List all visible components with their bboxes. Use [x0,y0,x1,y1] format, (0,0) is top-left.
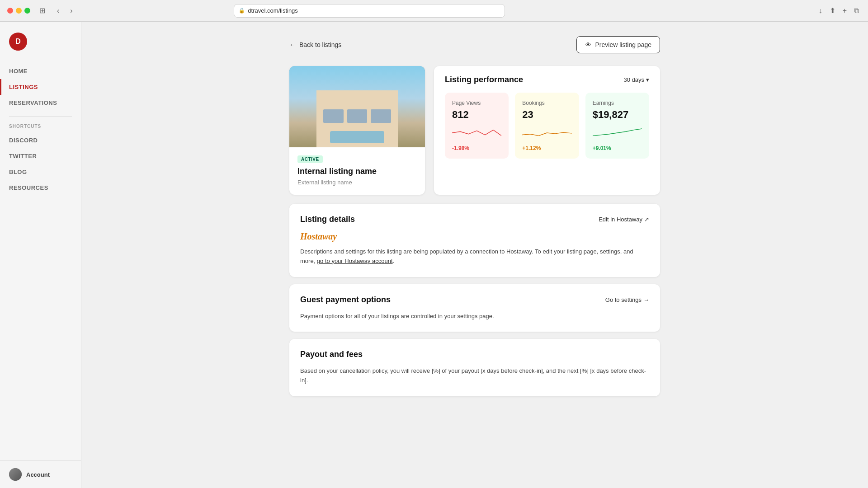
account-footer[interactable]: Account [0,460,81,488]
building-scene [289,66,425,147]
stat-change-views: -1.98% [452,145,501,151]
performance-title: Listing performance [445,75,523,84]
payment-title: Guest payment options [300,295,391,305]
performance-header: Listing performance 30 days ▾ [445,75,649,84]
building-windows [323,109,391,123]
new-tab-button[interactable]: + [841,5,849,17]
listing-subtitle: External listing name [297,179,417,186]
hostaway-account-link[interactable]: go to your Hostaway account [317,258,393,264]
eye-icon: 👁 [585,41,591,48]
app-container: D HOME LISTINGS RESERVATIONS SHORTCUTS D… [0,22,868,488]
download-icon[interactable]: ↓ [817,5,824,17]
mini-chart-views [452,126,501,141]
window-1 [323,109,344,123]
listing-details-section: Listing details Edit in Hostaway ↗ Hosta… [289,204,660,277]
listing-image [289,66,425,147]
listing-details-description: Descriptions and settings for this listi… [300,247,649,266]
listing-card-body: ACTIVE Internal listing name External li… [289,147,425,195]
window-3 [371,109,391,123]
address-bar[interactable]: 🔒 dtravel.com/listings [234,4,505,18]
browser-chrome: ⊞ ‹ › 🔒 dtravel.com/listings ↓ ⬆ + ⧉ [0,0,868,22]
listing-card: ACTIVE Internal listing name External li… [289,66,425,195]
stat-value-views: 812 [452,109,501,121]
traffic-lights [7,8,30,14]
sidebar-toggle-button[interactable]: ⊞ [36,5,49,17]
window-2 [347,109,368,123]
forward-nav-button[interactable]: › [67,5,75,17]
lock-icon: 🔒 [239,8,245,14]
payment-section: Guest payment options Go to settings → P… [289,284,660,332]
sidebar-item-discord[interactable]: DISCORD [0,132,81,148]
stat-change-bookings: +1.12% [522,145,571,151]
days-selector[interactable]: 30 days ▾ [623,76,649,83]
stat-label-earnings: Earnings [593,100,642,106]
sidebar-item-resources[interactable]: RESOURCES [0,180,81,196]
payment-description: Payment options for all of your listings… [300,312,649,321]
sidebar-item-home[interactable]: HOME [0,63,81,79]
browser-actions: ↓ ⬆ + ⧉ [817,5,861,17]
payout-description: Based on your cancellation policy, you w… [300,366,649,385]
sidebar-item-reservations[interactable]: RESERVATIONS [0,95,81,111]
sidebar-item-listings[interactable]: LISTINGS [0,79,81,95]
back-arrow-icon: ← [289,41,296,48]
back-to-listings-link[interactable]: ← Back to listings [289,41,341,48]
url-text: dtravel.com/listings [248,7,298,14]
payment-section-header: Guest payment options Go to settings → [300,295,649,305]
sidebar-nav: HOME LISTINGS RESERVATIONS SHORTCUTS DIS… [0,60,81,460]
listing-details-header: Listing details Edit in Hostaway ↗ [300,215,649,224]
pool [330,131,384,143]
preview-listing-button[interactable]: 👁 Preview listing page [576,36,660,53]
chevron-down-icon: ▾ [646,76,649,83]
shortcuts-label: SHORTCUTS [0,122,81,132]
payout-title: Payout and fees [300,350,363,359]
payout-section: Payout and fees Based on your cancellati… [289,339,660,396]
provider-name: Hostaway [300,231,649,242]
stat-label-bookings: Bookings [522,100,571,106]
mini-chart-bookings [522,126,571,141]
content-inner: ← Back to listings 👁 Preview listing pag… [271,22,678,418]
main-content: ← Back to listings 👁 Preview listing pag… [81,22,868,488]
avatar [9,468,22,481]
account-label: Account [26,471,50,478]
mini-chart-earnings [593,126,642,141]
external-link-icon: ↗ [644,216,649,223]
tabs-button[interactable]: ⧉ [852,5,861,17]
active-badge: ACTIVE [297,155,323,163]
sidebar-logo[interactable]: D [0,22,81,60]
listing-overview: ACTIVE Internal listing name External li… [289,66,660,195]
sidebar: D HOME LISTINGS RESERVATIONS SHORTCUTS D… [0,22,81,488]
page-header: ← Back to listings 👁 Preview listing pag… [289,36,660,53]
sidebar-item-blog[interactable]: BLOG [0,164,81,180]
sidebar-divider [9,116,72,117]
go-to-settings-link[interactable]: Go to settings → [605,296,649,303]
stat-card-page-views: Page Views 812 -1.98% [445,93,509,159]
maximize-button[interactable] [24,8,30,14]
logo-icon: D [9,33,27,51]
stat-value-bookings: 23 [522,109,571,121]
listing-title: Internal listing name [297,167,417,176]
listing-details-title: Listing details [300,215,355,224]
stats-grid: Page Views 812 -1.98% Bookings [445,93,649,159]
share-icon[interactable]: ⬆ [828,5,837,17]
performance-panel: Listing performance 30 days ▾ Page Views… [434,66,660,195]
edit-in-hostaway-link[interactable]: Edit in Hostaway ↗ [599,216,649,223]
minimize-button[interactable] [16,8,22,14]
sidebar-item-twitter[interactable]: TWITTER [0,148,81,164]
stat-card-earnings: Earnings $19,827 +9.01% [585,93,649,159]
stat-change-earnings: +9.01% [593,145,642,151]
stat-card-bookings: Bookings 23 +1.12% [515,93,579,159]
close-button[interactable] [7,8,13,14]
payout-section-header: Payout and fees [300,350,649,359]
stat-label-views: Page Views [452,100,501,106]
arrow-right-icon: → [643,296,649,303]
stat-value-earnings: $19,827 [593,109,642,121]
back-nav-button[interactable]: ‹ [54,5,62,17]
